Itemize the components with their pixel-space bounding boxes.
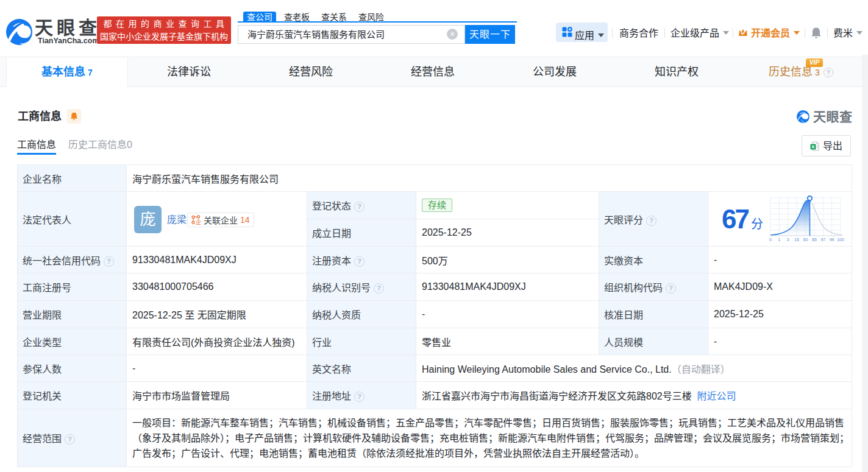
svg-text:1: 1 bbox=[778, 238, 780, 242]
svg-text:企: 企 bbox=[196, 219, 201, 225]
svg-text:100: 100 bbox=[837, 238, 844, 242]
svg-text:85: 85 bbox=[812, 238, 817, 242]
svg-text:15: 15 bbox=[794, 238, 799, 242]
svg-text:3: 3 bbox=[787, 238, 789, 242]
svg-text:97: 97 bbox=[820, 238, 825, 242]
svg-text:0: 0 bbox=[769, 238, 772, 242]
svg-text:99: 99 bbox=[830, 238, 834, 242]
svg-text:50: 50 bbox=[803, 238, 808, 242]
